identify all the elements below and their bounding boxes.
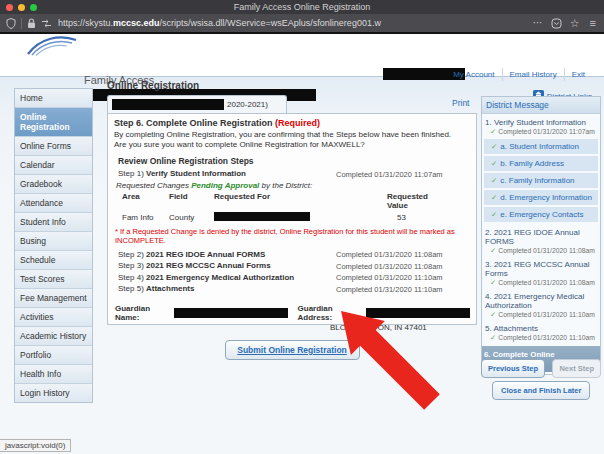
exit-link[interactable]: Exit bbox=[564, 68, 592, 81]
sidebar-item-attendance[interactable]: Attendance bbox=[15, 194, 92, 213]
sidebar-item-schedule[interactable]: Schedule bbox=[15, 251, 92, 270]
print-link[interactable]: Print bbox=[452, 98, 469, 108]
nav-substep-family-address[interactable]: ✓ b. Family Address bbox=[484, 156, 598, 171]
requested-changes-table: Area Field Requested For Requested Value… bbox=[122, 192, 470, 223]
page-actions-more-icon[interactable]: ⋯ bbox=[533, 14, 543, 32]
my-account-link[interactable]: My Account bbox=[446, 68, 501, 81]
table-header-row: Area Field Requested For Requested Value bbox=[122, 192, 470, 210]
sidebar-item-health-info[interactable]: Health Info bbox=[15, 365, 92, 384]
pending-approval-label: Pending Approval bbox=[191, 181, 259, 190]
step-row-3: Step 3) 2021 REG MCCSC Annual Forms Comp… bbox=[118, 261, 470, 271]
browser-titlebar: Family Access Online Registration bbox=[0, 0, 604, 14]
guardian-name-label: Guardian Name: bbox=[115, 304, 174, 322]
guardian-row: Guardian Name: Guardian Address: bbox=[115, 304, 470, 322]
step-nav-buttons: Previous Step Next Step bbox=[481, 359, 601, 378]
student-name-redaction bbox=[112, 99, 224, 110]
nav-step-5[interactable]: 5. Attachments bbox=[482, 320, 600, 334]
sidebar-item-student-info[interactable]: Student Info bbox=[15, 213, 92, 232]
nav-step-4[interactable]: 4. 2021 Emergency Medical Authorization bbox=[482, 288, 600, 311]
district-message-link[interactable]: District Message bbox=[482, 97, 600, 114]
skyward-swoosh-logo bbox=[26, 36, 78, 60]
check-icon: ✓ bbox=[490, 334, 496, 341]
tracking-protection-shield-icon[interactable] bbox=[6, 18, 16, 29]
check-icon: ✓ bbox=[491, 143, 497, 150]
url-text[interactable]: https://skystu.mccsc.edu/scripts/wsisa.d… bbox=[58, 18, 381, 28]
sidebar-item-calendar[interactable]: Calendar bbox=[15, 156, 92, 175]
sidebar-item-login-history[interactable]: Login History bbox=[15, 384, 92, 402]
guardian-city-line: BLOOMINGTON, IN 47401 bbox=[330, 323, 470, 332]
required-label: (Required) bbox=[275, 118, 320, 128]
requested-changes-line: Requested Changes Pending Approval by th… bbox=[116, 181, 470, 190]
nav-step-1[interactable]: 1. Verify Student Information bbox=[482, 114, 600, 128]
sidebar-item-academic-history[interactable]: Academic History bbox=[15, 327, 92, 346]
next-step-button[interactable]: Next Step bbox=[552, 359, 601, 378]
sidebar-item-fee-management[interactable]: Fee Management bbox=[15, 289, 92, 308]
nav-step-1-completed: ✓ Completed 01/31/2020 11:07am bbox=[482, 128, 600, 137]
step-row-4: Step 4) 2021 Emergency Medical Authoriza… bbox=[118, 273, 470, 283]
check-icon: ✓ bbox=[490, 128, 496, 135]
nav-step-2-completed: ✓ Completed 01/31/2020 11:08am bbox=[482, 247, 600, 256]
nav-step-3-completed: ✓ Completed 01/31/2020 11:08am bbox=[482, 279, 600, 288]
check-icon: ✓ bbox=[491, 160, 497, 167]
tab-year-label: 2020-2021) bbox=[227, 100, 268, 109]
bookmark-star-icon[interactable]: ☆ bbox=[570, 14, 580, 32]
check-icon: ✓ bbox=[491, 177, 497, 184]
denied-change-note: * If a Requested Change is denied by the… bbox=[115, 227, 470, 245]
review-heading: Review Online Registration Steps bbox=[118, 156, 470, 166]
close-and-finish-later-button[interactable]: Close and Finish Later bbox=[492, 381, 590, 400]
step-row-1: Step 1) Verify Student Information Compl… bbox=[118, 169, 470, 179]
student-tab[interactable]: 2020-2021) bbox=[107, 95, 287, 113]
nav-substep-student-information[interactable]: ✓ a. Student Information bbox=[484, 139, 598, 154]
requested-for-redaction bbox=[214, 212, 310, 221]
sidebar-item-test-scores[interactable]: Test Scores bbox=[15, 270, 92, 289]
pocket-icon[interactable] bbox=[551, 18, 562, 29]
previous-step-button[interactable]: Previous Step bbox=[481, 359, 545, 378]
nav-step-3[interactable]: 3. 2021 REG MCCSC Annual Forms bbox=[482, 256, 600, 279]
steps-progress-panel: District Message 1. Verify Student Infor… bbox=[481, 96, 601, 375]
urlbar-divider bbox=[21, 18, 22, 29]
nav-substep-family-information[interactable]: ✓ c. Family Information bbox=[484, 173, 598, 188]
hamburger-menu-icon[interactable]: ≡ bbox=[590, 14, 596, 32]
status-bar-link-preview: javascript:void(0) bbox=[0, 439, 71, 452]
sidebar-item-online-forms[interactable]: Online Forms bbox=[15, 137, 92, 156]
window-title: Family Access Online Registration bbox=[0, 2, 604, 12]
sidebar-item-home[interactable]: Home bbox=[15, 89, 92, 108]
permissions-icon[interactable] bbox=[41, 19, 52, 28]
browser-urlbar[interactable]: https://skystu.mccsc.edu/scripts/wsisa.d… bbox=[0, 14, 604, 32]
guardian-name-redaction bbox=[174, 308, 287, 318]
guardian-address-label: Guardian Address: bbox=[298, 304, 367, 322]
sidebar-item-busing[interactable]: Busing bbox=[15, 232, 92, 251]
app-header: SKYWARD® Family Access My Account Email … bbox=[0, 34, 604, 77]
table-row: Fam Info County 53 bbox=[122, 212, 470, 223]
step-row-5: Step 5) Attachments Completed 01/31/2020… bbox=[118, 284, 470, 294]
registration-panel: Step 6. Complete Online Registration (Re… bbox=[107, 113, 477, 325]
step-row-2: Step 2) 2021 REG IDOE Annual FORMS Compl… bbox=[118, 250, 470, 260]
nav-step-2[interactable]: 2. 2021 REG IDOE Annual FORMS bbox=[482, 224, 600, 247]
sidebar-item-online-registration[interactable]: Online Registration bbox=[15, 108, 92, 137]
step-1-completed: Completed 01/31/2020 11:07am bbox=[336, 169, 443, 179]
sidebar-item-portfolio[interactable]: Portfolio bbox=[15, 346, 92, 365]
page-title: Online Registration bbox=[107, 80, 199, 91]
confirm-description: By completing Online Registration, you a… bbox=[114, 130, 470, 149]
sidebar-item-gradebook[interactable]: Gradebook bbox=[15, 175, 92, 194]
check-icon: ✓ bbox=[490, 311, 496, 318]
nav-substep-emergency-contacts[interactable]: ✓ e. Emergency Contacts bbox=[484, 207, 598, 222]
step-heading: Step 6. Complete Online Registration (Re… bbox=[114, 118, 470, 128]
guardian-address-redaction bbox=[366, 308, 470, 318]
account-links: My Account Email History Exit bbox=[446, 68, 592, 81]
nav-substep-emergency-information[interactable]: ✓ d. Emergency Information bbox=[484, 190, 598, 205]
check-icon: ✓ bbox=[490, 279, 496, 286]
email-history-link[interactable]: Email History bbox=[502, 68, 564, 81]
check-icon: ✓ bbox=[491, 211, 497, 218]
check-icon: ✓ bbox=[491, 194, 497, 201]
nav-sidebar: Home Online Registration Online Forms Ca… bbox=[14, 88, 93, 403]
nav-step-4-completed: ✓ Completed 01/31/2020 11:10am bbox=[482, 311, 600, 320]
submit-online-registration-button[interactable]: Submit Online Registration bbox=[225, 340, 360, 360]
nav-step-5-completed: ✓ Completed 01/31/2020 11:10am bbox=[482, 334, 600, 343]
lock-icon[interactable] bbox=[27, 18, 36, 29]
check-icon: ✓ bbox=[490, 247, 496, 254]
sidebar-item-activities[interactable]: Activities bbox=[15, 308, 92, 327]
